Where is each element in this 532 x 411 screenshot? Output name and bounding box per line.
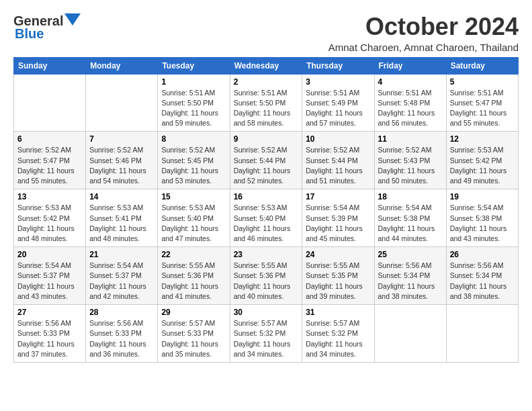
day-number: 9 [234,134,299,144]
day-number: 26 [450,250,515,259]
day-number: 11 [378,134,443,144]
col-wednesday: Wednesday [230,57,302,74]
table-row: 23 Sunrise: 5:55 AMSunset: 5:36 PMDaylig… [230,247,302,305]
table-row [446,305,518,363]
col-friday: Friday [374,57,446,74]
day-number: 23 [234,250,299,259]
day-number: 14 [89,192,154,201]
day-number: 5 [450,77,515,87]
table-row: 4 Sunrise: 5:51 AMSunset: 5:48 PMDayligh… [374,74,446,132]
calendar-week-row: 6 Sunrise: 5:52 AMSunset: 5:47 PMDayligh… [14,132,519,189]
day-number: 20 [17,250,82,259]
day-number: 18 [378,192,443,201]
day-info: Sunrise: 5:53 AMSunset: 5:42 PMDaylight:… [17,203,75,242]
day-info: Sunrise: 5:51 AMSunset: 5:49 PMDaylight:… [306,89,363,128]
day-info: Sunrise: 5:53 AMSunset: 5:40 PMDaylight:… [234,203,291,242]
table-row: 20 Sunrise: 5:54 AMSunset: 5:37 PMDaylig… [14,247,86,305]
day-info: Sunrise: 5:57 AMSunset: 5:32 PMDaylight:… [234,319,291,358]
month-title: October 2024 [328,13,519,40]
calendar-header-row: Sunday Monday Tuesday Wednesday Thursday… [14,57,519,74]
day-info: Sunrise: 5:51 AMSunset: 5:50 PMDaylight:… [234,89,291,128]
day-number: 12 [450,134,515,144]
col-sunday: Sunday [14,57,86,74]
table-row: 8 Sunrise: 5:52 AMSunset: 5:45 PMDayligh… [158,132,230,189]
day-number: 24 [306,250,370,259]
day-number: 30 [234,308,299,317]
day-info: Sunrise: 5:52 AMSunset: 5:44 PMDaylight:… [306,146,363,185]
page-header: General Blue October 2024 Amnat Charoen,… [13,13,519,53]
day-info: Sunrise: 5:57 AMSunset: 5:33 PMDaylight:… [161,319,218,358]
table-row: 10 Sunrise: 5:52 AMSunset: 5:44 PMDaylig… [302,132,374,189]
day-number: 6 [17,134,82,144]
table-row: 9 Sunrise: 5:52 AMSunset: 5:44 PMDayligh… [230,132,302,189]
day-info: Sunrise: 5:55 AMSunset: 5:35 PMDaylight:… [306,261,363,300]
table-row: 5 Sunrise: 5:51 AMSunset: 5:47 PMDayligh… [446,74,518,132]
table-row: 13 Sunrise: 5:53 AMSunset: 5:42 PMDaylig… [14,189,86,247]
calendar-week-row: 1 Sunrise: 5:51 AMSunset: 5:50 PMDayligh… [14,74,519,132]
table-row: 1 Sunrise: 5:51 AMSunset: 5:50 PMDayligh… [158,74,230,132]
day-number: 28 [89,308,154,317]
day-info: Sunrise: 5:55 AMSunset: 5:36 PMDaylight:… [234,261,291,300]
day-info: Sunrise: 5:56 AMSunset: 5:34 PMDaylight:… [450,261,507,300]
day-info: Sunrise: 5:53 AMSunset: 5:42 PMDaylight:… [450,146,507,185]
col-thursday: Thursday [302,57,374,74]
day-info: Sunrise: 5:54 AMSunset: 5:38 PMDaylight:… [378,203,435,242]
table-row: 25 Sunrise: 5:56 AMSunset: 5:34 PMDaylig… [374,247,446,305]
day-number: 17 [306,192,370,201]
day-info: Sunrise: 5:56 AMSunset: 5:33 PMDaylight:… [89,319,146,358]
table-row [374,305,446,363]
table-row: 28 Sunrise: 5:56 AMSunset: 5:33 PMDaylig… [86,305,158,363]
col-tuesday: Tuesday [158,57,230,74]
day-number: 25 [378,250,443,259]
day-number: 10 [306,134,370,144]
day-number: 31 [306,308,370,317]
day-info: Sunrise: 5:52 AMSunset: 5:43 PMDaylight:… [378,146,435,185]
day-number: 21 [89,250,154,259]
day-number: 16 [234,192,299,201]
calendar-week-row: 27 Sunrise: 5:56 AMSunset: 5:33 PMDaylig… [14,305,519,363]
day-info: Sunrise: 5:52 AMSunset: 5:46 PMDaylight:… [89,146,146,185]
day-number: 4 [378,77,443,87]
table-row: 7 Sunrise: 5:52 AMSunset: 5:46 PMDayligh… [86,132,158,189]
day-number: 15 [161,192,226,201]
table-row: 14 Sunrise: 5:53 AMSunset: 5:41 PMDaylig… [86,189,158,247]
day-info: Sunrise: 5:51 AMSunset: 5:50 PMDaylight:… [161,89,218,128]
day-info: Sunrise: 5:54 AMSunset: 5:37 PMDaylight:… [89,261,146,300]
table-row: 19 Sunrise: 5:54 AMSunset: 5:38 PMDaylig… [446,189,518,247]
day-info: Sunrise: 5:52 AMSunset: 5:47 PMDaylight:… [17,146,75,185]
table-row: 27 Sunrise: 5:56 AMSunset: 5:33 PMDaylig… [14,305,86,363]
day-number: 22 [161,250,226,259]
day-number: 8 [161,134,226,144]
day-info: Sunrise: 5:51 AMSunset: 5:47 PMDaylight:… [450,89,507,128]
day-info: Sunrise: 5:57 AMSunset: 5:32 PMDaylight:… [306,319,363,358]
day-number: 7 [89,134,154,144]
day-number: 3 [306,77,370,87]
day-info: Sunrise: 5:52 AMSunset: 5:44 PMDaylight:… [234,146,291,185]
day-info: Sunrise: 5:54 AMSunset: 5:37 PMDaylight:… [17,261,75,300]
day-number: 1 [161,77,226,87]
calendar-table: Sunday Monday Tuesday Wednesday Thursday… [13,57,519,363]
calendar-week-row: 20 Sunrise: 5:54 AMSunset: 5:37 PMDaylig… [14,247,519,305]
day-info: Sunrise: 5:52 AMSunset: 5:45 PMDaylight:… [161,146,218,185]
table-row: 6 Sunrise: 5:52 AMSunset: 5:47 PMDayligh… [14,132,86,189]
logo: General Blue [13,13,81,42]
calendar-week-row: 13 Sunrise: 5:53 AMSunset: 5:42 PMDaylig… [14,189,519,247]
table-row: 31 Sunrise: 5:57 AMSunset: 5:32 PMDaylig… [302,305,374,363]
table-row: 2 Sunrise: 5:51 AMSunset: 5:50 PMDayligh… [230,74,302,132]
table-row: 24 Sunrise: 5:55 AMSunset: 5:35 PMDaylig… [302,247,374,305]
svg-marker-0 [64,13,81,26]
table-row: 3 Sunrise: 5:51 AMSunset: 5:49 PMDayligh… [302,74,374,132]
day-info: Sunrise: 5:54 AMSunset: 5:39 PMDaylight:… [306,203,363,242]
day-info: Sunrise: 5:51 AMSunset: 5:48 PMDaylight:… [378,89,435,128]
table-row [86,74,158,132]
table-row: 26 Sunrise: 5:56 AMSunset: 5:34 PMDaylig… [446,247,518,305]
table-row: 15 Sunrise: 5:53 AMSunset: 5:40 PMDaylig… [158,189,230,247]
table-row: 17 Sunrise: 5:54 AMSunset: 5:39 PMDaylig… [302,189,374,247]
col-saturday: Saturday [446,57,518,74]
day-number: 2 [234,77,299,87]
table-row: 21 Sunrise: 5:54 AMSunset: 5:37 PMDaylig… [86,247,158,305]
table-row: 12 Sunrise: 5:53 AMSunset: 5:42 PMDaylig… [446,132,518,189]
table-row: 18 Sunrise: 5:54 AMSunset: 5:38 PMDaylig… [374,189,446,247]
table-row: 16 Sunrise: 5:53 AMSunset: 5:40 PMDaylig… [230,189,302,247]
day-info: Sunrise: 5:56 AMSunset: 5:33 PMDaylight:… [17,319,75,358]
